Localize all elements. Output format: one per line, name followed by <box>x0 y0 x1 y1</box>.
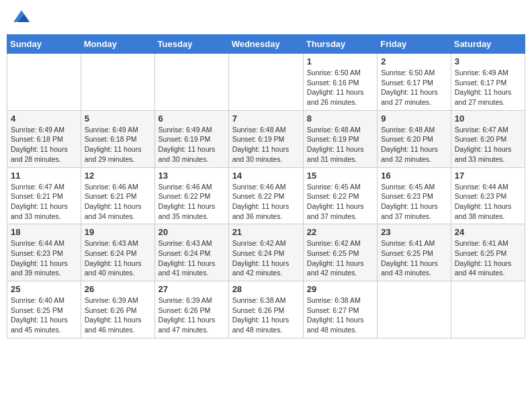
weekday-header-saturday: Saturday <box>451 35 525 54</box>
day-info: Sunrise: 6:45 AM Sunset: 6:23 PM Dayligh… <box>381 182 447 222</box>
day-info: Sunrise: 6:44 AM Sunset: 6:23 PM Dayligh… <box>11 238 77 278</box>
calendar-cell <box>378 281 451 338</box>
day-info: Sunrise: 6:44 AM Sunset: 6:23 PM Dayligh… <box>455 182 521 222</box>
calendar-cell: 12Sunrise: 6:46 AM Sunset: 6:21 PM Dayli… <box>81 167 154 224</box>
calendar-cell: 6Sunrise: 6:49 AM Sunset: 6:19 PM Daylig… <box>154 110 228 167</box>
weekday-header-monday: Monday <box>81 35 154 54</box>
day-info: Sunrise: 6:49 AM Sunset: 6:18 PM Dayligh… <box>11 125 77 165</box>
weekday-header-wednesday: Wednesday <box>228 35 303 54</box>
day-info: Sunrise: 6:42 AM Sunset: 6:24 PM Dayligh… <box>232 238 300 278</box>
calendar-cell: 9Sunrise: 6:48 AM Sunset: 6:20 PM Daylig… <box>378 110 451 167</box>
calendar-cell: 17Sunrise: 6:44 AM Sunset: 6:23 PM Dayli… <box>451 167 525 224</box>
calendar-cell <box>154 54 228 111</box>
calendar-cell: 21Sunrise: 6:42 AM Sunset: 6:24 PM Dayli… <box>228 224 303 281</box>
day-number: 2 <box>381 56 447 66</box>
week-row-4: 25Sunrise: 6:40 AM Sunset: 6:25 PM Dayli… <box>7 281 525 338</box>
week-row-1: 4Sunrise: 6:49 AM Sunset: 6:18 PM Daylig… <box>7 110 525 167</box>
day-number: 25 <box>11 284 77 294</box>
calendar-cell: 22Sunrise: 6:42 AM Sunset: 6:25 PM Dayli… <box>303 224 377 281</box>
day-info: Sunrise: 6:39 AM Sunset: 6:26 PM Dayligh… <box>85 295 151 335</box>
calendar-cell: 25Sunrise: 6:40 AM Sunset: 6:25 PM Dayli… <box>7 281 81 338</box>
calendar-cell: 20Sunrise: 6:43 AM Sunset: 6:24 PM Dayli… <box>154 224 228 281</box>
logo-icon <box>13 9 30 23</box>
day-number: 15 <box>307 171 373 181</box>
calendar-cell: 13Sunrise: 6:46 AM Sunset: 6:22 PM Dayli… <box>154 167 228 224</box>
day-info: Sunrise: 6:42 AM Sunset: 6:25 PM Dayligh… <box>307 238 373 278</box>
calendar-cell: 5Sunrise: 6:49 AM Sunset: 6:18 PM Daylig… <box>81 110 154 167</box>
weekday-header-friday: Friday <box>378 35 451 54</box>
calendar-cell: 29Sunrise: 6:38 AM Sunset: 6:27 PM Dayli… <box>303 281 377 338</box>
day-info: Sunrise: 6:49 AM Sunset: 6:18 PM Dayligh… <box>85 125 151 165</box>
weekday-header-thursday: Thursday <box>303 35 377 54</box>
day-info: Sunrise: 6:49 AM Sunset: 6:19 PM Dayligh… <box>159 125 225 165</box>
calendar-cell: 8Sunrise: 6:48 AM Sunset: 6:19 PM Daylig… <box>303 110 377 167</box>
header <box>7 7 525 29</box>
day-number: 21 <box>232 227 300 237</box>
calendar-cell: 7Sunrise: 6:48 AM Sunset: 6:19 PM Daylig… <box>228 110 303 167</box>
day-info: Sunrise: 6:39 AM Sunset: 6:26 PM Dayligh… <box>159 295 225 335</box>
day-info: Sunrise: 6:47 AM Sunset: 6:21 PM Dayligh… <box>11 182 77 222</box>
calendar-cell: 26Sunrise: 6:39 AM Sunset: 6:26 PM Dayli… <box>81 281 154 338</box>
day-number: 22 <box>307 227 373 237</box>
day-info: Sunrise: 6:48 AM Sunset: 6:19 PM Dayligh… <box>232 125 300 165</box>
calendar-cell: 14Sunrise: 6:46 AM Sunset: 6:22 PM Dayli… <box>228 167 303 224</box>
day-number: 4 <box>11 113 77 124</box>
calendar-cell <box>7 54 81 111</box>
day-info: Sunrise: 6:50 AM Sunset: 6:17 PM Dayligh… <box>381 68 447 107</box>
day-number: 28 <box>232 284 300 294</box>
day-info: Sunrise: 6:49 AM Sunset: 6:17 PM Dayligh… <box>455 68 521 107</box>
day-number: 17 <box>455 171 521 181</box>
day-number: 20 <box>159 227 225 237</box>
calendar-table: SundayMondayTuesdayWednesdayThursdayFrid… <box>7 34 525 338</box>
day-info: Sunrise: 6:38 AM Sunset: 6:27 PM Dayligh… <box>307 295 373 335</box>
day-info: Sunrise: 6:46 AM Sunset: 6:22 PM Dayligh… <box>232 182 300 222</box>
day-number: 7 <box>232 113 300 124</box>
day-info: Sunrise: 6:45 AM Sunset: 6:22 PM Dayligh… <box>307 182 373 222</box>
day-number: 5 <box>85 113 151 124</box>
day-info: Sunrise: 6:46 AM Sunset: 6:21 PM Dayligh… <box>85 182 151 222</box>
day-number: 13 <box>159 171 225 181</box>
calendar-cell: 3Sunrise: 6:49 AM Sunset: 6:17 PM Daylig… <box>451 54 525 111</box>
day-number: 23 <box>381 227 447 237</box>
day-info: Sunrise: 6:50 AM Sunset: 6:16 PM Dayligh… <box>307 68 373 107</box>
day-number: 18 <box>11 227 77 237</box>
day-info: Sunrise: 6:40 AM Sunset: 6:25 PM Dayligh… <box>11 295 77 335</box>
day-number: 8 <box>307 113 373 124</box>
calendar-cell: 27Sunrise: 6:39 AM Sunset: 6:26 PM Dayli… <box>154 281 228 338</box>
day-number: 3 <box>455 56 521 66</box>
calendar-cell: 1Sunrise: 6:50 AM Sunset: 6:16 PM Daylig… <box>303 54 377 111</box>
day-info: Sunrise: 6:48 AM Sunset: 6:20 PM Dayligh… <box>381 125 447 165</box>
day-number: 14 <box>232 171 300 181</box>
day-info: Sunrise: 6:41 AM Sunset: 6:25 PM Dayligh… <box>455 238 521 278</box>
calendar-cell <box>81 54 154 111</box>
calendar-cell: 19Sunrise: 6:43 AM Sunset: 6:24 PM Dayli… <box>81 224 154 281</box>
day-number: 12 <box>85 171 151 181</box>
calendar-cell: 4Sunrise: 6:49 AM Sunset: 6:18 PM Daylig… <box>7 110 81 167</box>
calendar-cell <box>451 281 525 338</box>
calendar-cell: 28Sunrise: 6:38 AM Sunset: 6:26 PM Dayli… <box>228 281 303 338</box>
day-info: Sunrise: 6:38 AM Sunset: 6:26 PM Dayligh… <box>232 295 300 335</box>
day-info: Sunrise: 6:48 AM Sunset: 6:19 PM Dayligh… <box>307 125 373 165</box>
week-row-2: 11Sunrise: 6:47 AM Sunset: 6:21 PM Dayli… <box>7 167 525 224</box>
day-info: Sunrise: 6:47 AM Sunset: 6:20 PM Dayligh… <box>455 125 521 165</box>
day-number: 26 <box>85 284 151 294</box>
calendar-cell: 10Sunrise: 6:47 AM Sunset: 6:20 PM Dayli… <box>451 110 525 167</box>
day-number: 10 <box>455 113 521 124</box>
weekday-header-row: SundayMondayTuesdayWednesdayThursdayFrid… <box>7 35 525 54</box>
day-info: Sunrise: 6:46 AM Sunset: 6:22 PM Dayligh… <box>159 182 225 222</box>
calendar-cell: 11Sunrise: 6:47 AM Sunset: 6:21 PM Dayli… <box>7 167 81 224</box>
day-number: 27 <box>159 284 225 294</box>
calendar-cell: 18Sunrise: 6:44 AM Sunset: 6:23 PM Dayli… <box>7 224 81 281</box>
day-info: Sunrise: 6:43 AM Sunset: 6:24 PM Dayligh… <box>159 238 225 278</box>
day-info: Sunrise: 6:41 AM Sunset: 6:25 PM Dayligh… <box>381 238 447 278</box>
day-number: 6 <box>159 113 225 124</box>
weekday-header-sunday: Sunday <box>7 35 81 54</box>
calendar-cell <box>228 54 303 111</box>
day-number: 19 <box>85 227 151 237</box>
calendar-cell: 15Sunrise: 6:45 AM Sunset: 6:22 PM Dayli… <box>303 167 377 224</box>
day-number: 1 <box>307 56 373 66</box>
day-number: 24 <box>455 227 521 237</box>
logo <box>12 9 31 26</box>
day-number: 29 <box>307 284 373 294</box>
week-row-0: 1Sunrise: 6:50 AM Sunset: 6:16 PM Daylig… <box>7 54 525 111</box>
